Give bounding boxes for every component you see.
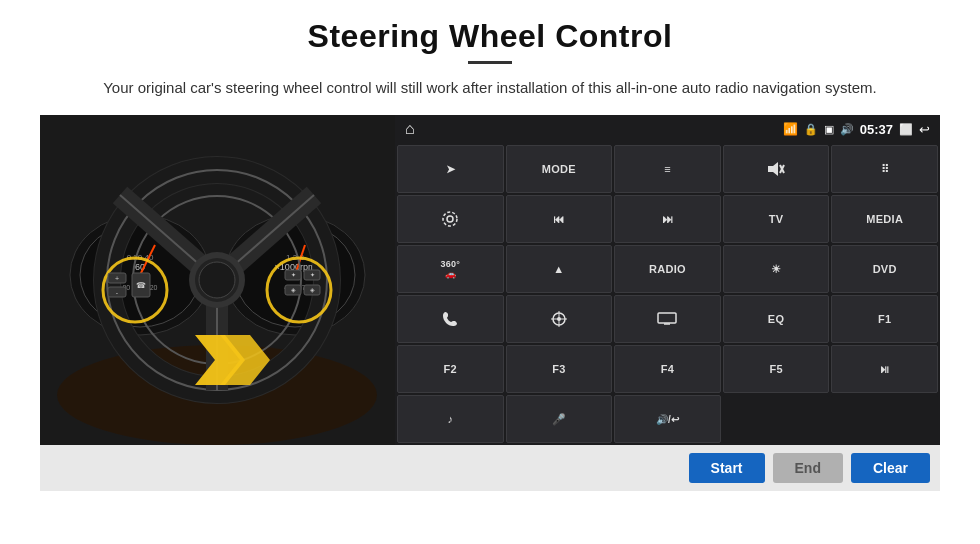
head-unit-panel: ⌂ 📶 🔒 ▣ 🔊 05:37 ⬜ ↩ ➤ MODE ≡ (395, 115, 940, 445)
btn-mode[interactable]: MODE (506, 145, 613, 193)
button-grid: ➤ MODE ≡ ⠿ ⏮ (395, 143, 940, 445)
svg-text:☎: ☎ (136, 281, 146, 290)
status-right: 📶 🔒 ▣ 🔊 05:37 ⬜ ↩ (783, 122, 930, 137)
home-icon[interactable]: ⌂ (405, 120, 415, 138)
btn-f3[interactable]: F3 (506, 345, 613, 393)
btn-gps[interactable] (506, 295, 613, 343)
btn-empty1 (723, 395, 830, 443)
btn-mute[interactable] (723, 145, 830, 193)
svg-point-26 (199, 262, 235, 298)
btn-360[interactable]: 360°🚗 (397, 245, 504, 293)
svg-rect-54 (658, 313, 676, 323)
svg-text:◈: ◈ (310, 287, 315, 293)
status-time: 05:37 (860, 122, 893, 137)
btn-vol-call[interactable]: 🔊/↩ (614, 395, 721, 443)
btn-radio[interactable]: RADIO (614, 245, 721, 293)
btn-f1[interactable]: F1 (831, 295, 938, 343)
content-area: 0 20 40 60 80 100 120 1 2 3 ×1000rpm 4 5… (40, 115, 940, 445)
back-icon[interactable]: ↩ (919, 122, 930, 137)
svg-point-49 (443, 212, 457, 226)
btn-prev[interactable]: ⏮ (506, 195, 613, 243)
action-bar: Start End Clear (40, 445, 940, 491)
btn-f4[interactable]: F4 (614, 345, 721, 393)
page: Steering Wheel Control Your original car… (0, 0, 980, 544)
svg-text:+: + (115, 275, 119, 282)
steering-wheel-image: 0 20 40 60 80 100 120 1 2 3 ×1000rpm 4 5… (40, 115, 395, 445)
screen-icon: ⬜ (899, 123, 913, 136)
svg-marker-45 (768, 162, 778, 176)
btn-dvd[interactable]: DVD (831, 245, 938, 293)
svg-point-53 (557, 317, 561, 321)
btn-list[interactable]: ≡ (614, 145, 721, 193)
status-bar: ⌂ 📶 🔒 ▣ 🔊 05:37 ⬜ ↩ (395, 115, 940, 143)
btn-settings[interactable] (397, 195, 504, 243)
end-button[interactable]: End (773, 453, 843, 483)
svg-text:✦: ✦ (310, 272, 315, 278)
btn-apps[interactable]: ⠿ (831, 145, 938, 193)
bt-icon: 🔊 (840, 123, 854, 136)
btn-playpause[interactable]: ⏯ (831, 345, 938, 393)
btn-empty2 (831, 395, 938, 443)
btn-mic[interactable]: 🎤 (506, 395, 613, 443)
btn-eq[interactable]: EQ (723, 295, 830, 343)
btn-phone[interactable] (397, 295, 504, 343)
svg-text:✦: ✦ (291, 272, 296, 278)
btn-brightness[interactable]: ☀ (723, 245, 830, 293)
title-divider (468, 61, 512, 64)
page-subtitle: Your original car's steering wheel contr… (103, 76, 877, 99)
btn-media[interactable]: MEDIA (831, 195, 938, 243)
btn-next[interactable]: ⏭ (614, 195, 721, 243)
lock-icon: 🔒 (804, 123, 818, 136)
svg-text:◈: ◈ (291, 287, 296, 293)
btn-eject[interactable]: ▲ (506, 245, 613, 293)
start-button[interactable]: Start (689, 453, 765, 483)
sd-icon: ▣ (824, 123, 834, 136)
svg-point-48 (447, 216, 453, 222)
btn-f5[interactable]: F5 (723, 345, 830, 393)
clear-button[interactable]: Clear (851, 453, 930, 483)
btn-nav[interactable]: ➤ (397, 145, 504, 193)
btn-f2[interactable]: F2 (397, 345, 504, 393)
btn-display[interactable] (614, 295, 721, 343)
wifi-icon: 📶 (783, 122, 798, 136)
btn-music[interactable]: ♪ (397, 395, 504, 443)
btn-tv[interactable]: TV (723, 195, 830, 243)
page-title: Steering Wheel Control (308, 18, 673, 55)
